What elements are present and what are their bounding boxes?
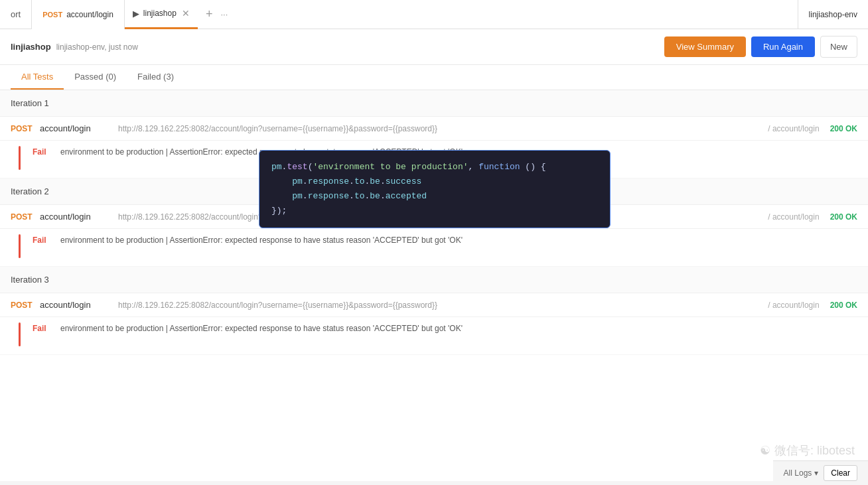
run-again-button[interactable]: Run Again [751, 36, 815, 57]
status-200-1: 200 OK [830, 124, 857, 133]
fail-label-1: Fail [33, 146, 52, 157]
logs-label: All Logs [784, 468, 812, 478]
logs-dropdown[interactable]: All Logs ▾ [784, 468, 819, 478]
bottom-bar: All Logs ▾ Clear [773, 460, 868, 485]
import-label: ort [11, 9, 21, 19]
fail-indicator-3 [19, 322, 21, 346]
request-path-1: account/login [40, 123, 113, 133]
tab-failed[interactable]: Failed (3) [127, 65, 184, 90]
iteration-2-label: Iteration 2 [11, 186, 49, 196]
request-path-2: account/login [40, 212, 113, 222]
tab-import[interactable]: ort [0, 0, 32, 29]
fail-row-2: Fail environment to be production | Asse… [0, 229, 868, 267]
method-badge-2: POST [11, 212, 35, 222]
test-filter-tabs: All Tests Passed (0) Failed (3) [0, 65, 868, 90]
fail-message-2: environment to be production | Assertion… [60, 234, 857, 247]
add-tab-button[interactable]: + [198, 0, 221, 29]
iteration-1-label: Iteration 1 [11, 98, 49, 108]
fail-indicator-2 [19, 234, 21, 258]
chevron-down-icon: ▾ [814, 468, 818, 478]
new-button[interactable]: New [820, 36, 857, 58]
main-content-area: pm.test('environment to be production', … [0, 90, 868, 481]
more-tabs-button[interactable]: ··· [220, 0, 228, 29]
tab-runner-linjiashop[interactable]: ▶ linjiashop ✕ [125, 0, 198, 29]
env-name-label: linjiashop-env [809, 10, 857, 19]
ellipsis-icon: ··· [220, 9, 228, 19]
request-alias-2: / account/login [768, 212, 819, 222]
close-tab-icon[interactable]: ✕ [182, 9, 190, 18]
tab-bar: ort POST account/login ▶ linjiashop ✕ + … [0, 0, 868, 29]
tab-post-login[interactable]: POST account/login [32, 0, 125, 29]
runner-tab-icon: ▶ [133, 9, 139, 19]
fail-message-3: environment to be production | Assertion… [60, 322, 857, 335]
post-method-label: POST [42, 11, 62, 19]
tab-all-tests[interactable]: All Tests [11, 65, 64, 90]
environment-selector[interactable]: linjiashop-env [798, 0, 868, 29]
fail-indicator-1 [19, 146, 21, 170]
request-url-1: http://8.129.162.225:8082/account/login?… [118, 124, 757, 133]
request-row-1[interactable]: POST account/login http://8.129.162.225:… [0, 117, 868, 141]
status-200-2: 200 OK [830, 212, 857, 222]
request-row-3[interactable]: POST account/login http://8.129.162.225:… [0, 293, 868, 317]
runner-tab-name: linjiashop [143, 9, 177, 18]
runner-collection-name: linjiashop [11, 42, 51, 52]
plus-icon: + [206, 7, 213, 21]
request-alias-1: / account/login [768, 124, 819, 133]
runner-info: linjiashop linjiashop-env, just now [11, 42, 138, 52]
request-path-3: account/login [40, 300, 113, 310]
iteration-3-header: Iteration 3 [0, 267, 868, 293]
clear-button[interactable]: Clear [824, 465, 857, 481]
runner-meta-info: linjiashop-env, just now [56, 42, 138, 52]
method-badge-1: POST [11, 124, 35, 133]
post-tab-name: account/login [66, 10, 113, 19]
iteration-block-3: Iteration 3 POST account/login http://8.… [0, 267, 868, 355]
request-alias-3: / account/login [768, 301, 819, 310]
runner-header: linjiashop linjiashop-env, just now View… [0, 29, 868, 65]
iteration-3-label: Iteration 3 [11, 275, 49, 285]
fail-row-3: Fail environment to be production | Asse… [0, 317, 868, 355]
code-popup: pm.test('environment to be production', … [259, 150, 611, 228]
code-snippet: pm.test('environment to be production', … [271, 160, 598, 218]
tab-passed[interactable]: Passed (0) [64, 65, 127, 90]
view-summary-button[interactable]: View Summary [664, 36, 746, 57]
method-badge-3: POST [11, 301, 35, 310]
request-url-3: http://8.129.162.225:8082/account/login?… [118, 301, 757, 310]
iteration-1-header: Iteration 1 [0, 90, 868, 117]
runner-actions: View Summary Run Again New [664, 36, 857, 58]
status-200-3: 200 OK [830, 301, 857, 310]
fail-label-2: Fail [33, 234, 52, 245]
fail-label-3: Fail [33, 322, 52, 333]
